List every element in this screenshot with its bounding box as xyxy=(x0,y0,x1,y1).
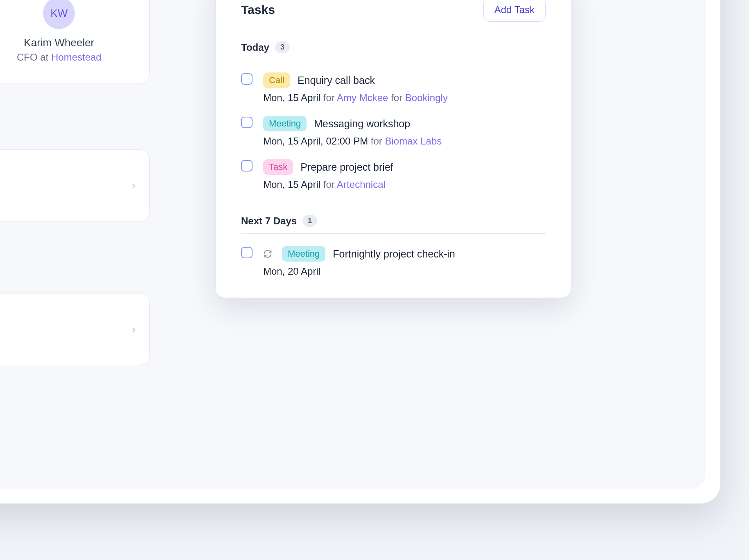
task-checkbox[interactable] xyxy=(241,73,253,85)
task-row: Call Enquiry call back Mon, 15 April for… xyxy=(241,72,546,104)
org-link[interactable]: Homestead xyxy=(51,52,102,63)
task-tag: Call xyxy=(263,72,290,88)
org-link[interactable]: Artechnical xyxy=(337,179,386,190)
task-subtitle: Mon, 15 April for Amy Mckee for Bookingl… xyxy=(263,92,546,104)
stat-value: $9,000 xyxy=(0,327,133,349)
task-checkbox[interactable] xyxy=(241,160,253,172)
device-frame: nical IC Ibraheem Clay KW Karim Wheeler … xyxy=(0,0,720,504)
org-link[interactable]: Bookingly xyxy=(405,92,448,103)
task-subtitle: Mon, 20 April xyxy=(263,266,546,277)
add-task-button[interactable]: Add Task xyxy=(483,0,546,22)
task-title[interactable]: Fortnightly project check-in xyxy=(333,248,455,260)
stat-label: Stale xyxy=(0,307,133,319)
task-tag: Meeting xyxy=(263,116,307,131)
person-card[interactable]: KW Karim Wheeler CFO at Homestead xyxy=(6,0,112,63)
divider xyxy=(241,233,546,234)
person-link[interactable]: Amy Mckee xyxy=(337,92,388,103)
task-tag: Task xyxy=(263,159,293,175)
stat-tile-stale[interactable]: Stale $9,000 › xyxy=(0,293,150,365)
task-title[interactable]: Prepare project brief xyxy=(300,161,393,173)
chevron-right-icon: › xyxy=(132,179,135,192)
task-row: Task Prepare project brief Mon, 15 April… xyxy=(241,159,546,190)
person-name: Karim Wheeler xyxy=(24,36,94,49)
stat-label: Emails sent this week xyxy=(0,164,133,176)
task-checkbox[interactable] xyxy=(241,247,253,258)
person-role: CFO at Homestead xyxy=(17,52,102,63)
task-subtitle: Mon, 15 April for Artechnical xyxy=(263,179,546,190)
task-tag: Meeting xyxy=(282,246,325,262)
task-subtitle: Mon, 15 April, 02:00 PM for Biomax Labs xyxy=(263,135,546,147)
task-title[interactable]: Messaging workshop xyxy=(314,118,410,130)
task-title[interactable]: Enquiry call back xyxy=(298,75,375,86)
task-row: Meeting Fortnightly project check-in Mon… xyxy=(241,246,546,277)
avatar: KW xyxy=(43,0,75,29)
section-title-today: Today xyxy=(241,42,269,53)
section-title-next7: Next 7 Days xyxy=(241,215,297,227)
divider xyxy=(241,60,546,60)
org-link[interactable]: Biomax Labs xyxy=(385,135,442,147)
task-checkbox[interactable] xyxy=(241,117,253,128)
tasks-card: Tasks Add Task Today 3 Call xyxy=(215,0,571,298)
task-row: Meeting Messaging workshop Mon, 15 April… xyxy=(241,116,546,147)
tasks-title: Tasks xyxy=(241,3,275,17)
people-card: nical IC Ibraheem Clay KW Karim Wheeler … xyxy=(0,0,150,84)
stat-tile-emails[interactable]: Emails sent this week 16 › xyxy=(0,149,150,221)
recurring-icon xyxy=(263,249,272,258)
count-badge: 3 xyxy=(275,41,290,53)
chevron-right-icon: › xyxy=(132,323,135,336)
count-badge: 1 xyxy=(302,215,317,227)
stat-value: 16 xyxy=(0,183,133,205)
